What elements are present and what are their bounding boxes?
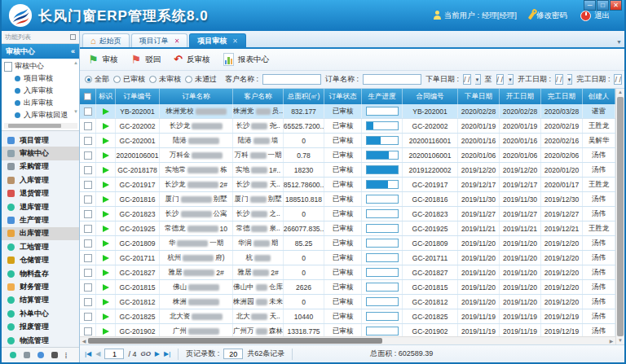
first-page-button[interactable]: |◀: [85, 350, 91, 357]
table-row[interactable]: GC-201816厦门别墅厦门别墅188510.818已审核GC-2018162…: [80, 192, 615, 207]
go-button[interactable]: GO: [140, 350, 150, 357]
filter-radio-全部[interactable]: 全部: [85, 74, 109, 85]
column-header-0[interactable]: [80, 89, 96, 104]
sidebar-module-15[interactable]: 物流管理: [2, 334, 79, 347]
grid-horizontal-scrollbar[interactable]: ◀ ▶: [80, 336, 615, 344]
hscroll-left-icon[interactable]: ◀: [80, 338, 88, 344]
order-date-from-input[interactable]: / /: [463, 74, 471, 85]
minimize-button[interactable]: ─: [584, 0, 596, 11]
table-row[interactable]: GC-201823长沙公寓长沙之..0已审核GC-2018232019/11/2…: [80, 207, 615, 221]
pin-icon[interactable]: [70, 34, 76, 40]
tree-item-2[interactable]: 出库审核: [4, 97, 77, 109]
table-row[interactable]: GC-2018178实地常栋实地1#..18230已审核201912200022…: [80, 163, 615, 178]
order-date-from-dropdown-icon[interactable]: ▼: [475, 74, 481, 85]
table-row[interactable]: YB-202001株洲党校株洲党员..832.177已审核YB-20200120…: [80, 104, 615, 119]
page-number-input[interactable]: [104, 349, 124, 359]
row-checkbox[interactable]: [84, 298, 92, 306]
sidebar-module-11[interactable]: 财务管理: [2, 280, 79, 293]
table-row[interactable]: GC-201902广州广州万森林13318.775已审核GC-201902201…: [80, 324, 615, 336]
sidebar-module-12[interactable]: 结算管理: [2, 294, 79, 307]
column-header-3[interactable]: 订单名称: [160, 89, 233, 104]
row-checkbox[interactable]: [84, 327, 92, 335]
close-button[interactable]: ✕: [610, 0, 622, 11]
tree-scroll-up-icon[interactable]: ▲: [73, 60, 78, 66]
sidebar-module-5[interactable]: 退库管理: [2, 200, 79, 213]
column-header-7[interactable]: 生产进度: [362, 89, 403, 104]
more-icon[interactable]: ⁞: [65, 352, 72, 358]
cart-icon[interactable]: [24, 352, 30, 358]
table-row[interactable]: GC-201827雅居2#雅居2#0已审核GC-2018272019/11/20…: [80, 265, 615, 280]
vscroll-down-icon[interactable]: ▼: [618, 337, 623, 344]
grid-vertical-scrollbar[interactable]: ▲ ▼: [615, 89, 624, 344]
row-checkbox[interactable]: [84, 254, 92, 262]
logout-button[interactable]: 退出: [580, 11, 610, 21]
collapse-icon[interactable]: «: [71, 47, 75, 55]
table-row[interactable]: GC-202002长沙龙长沙尧..65525.7200..已审核GC-20200…: [80, 119, 615, 134]
page-size-input[interactable]: [223, 349, 243, 359]
customer-name-input[interactable]: [262, 74, 321, 85]
row-checkbox[interactable]: [84, 313, 92, 321]
tree-item-3[interactable]: 入库审核回退: [4, 109, 77, 121]
flag-green-button[interactable]: ⚑审核: [88, 55, 118, 65]
table-row[interactable]: GC-201809华一期华润期85.25已审核GC-2018092019/11/…: [80, 236, 615, 251]
column-header-5[interactable]: 总面积(㎡): [284, 89, 324, 104]
filter-radio-已审核[interactable]: 已审核: [113, 74, 145, 85]
row-checkbox[interactable]: [84, 239, 92, 248]
next-page-button[interactable]: ▶: [155, 350, 160, 357]
filter-radio-未通过[interactable]: 未通过: [185, 74, 217, 85]
sidebar-module-8[interactable]: 工地管理: [2, 240, 79, 253]
hscroll-right-icon[interactable]: ▶: [607, 338, 615, 344]
tab-项目订单[interactable]: 项目订单✕: [131, 33, 188, 47]
column-header-12[interactable]: 创建人: [583, 89, 615, 104]
vscroll-up-icon[interactable]: ▲: [618, 89, 623, 96]
hscroll-thumb[interactable]: [88, 338, 382, 344]
start-date-dropdown-icon[interactable]: ▼: [567, 74, 573, 85]
filter-radio-未审核[interactable]: 未审核: [149, 74, 181, 85]
table-row[interactable]: GC-202001陆港陆港墙0已审核202001160012020/01/162…: [80, 134, 615, 148]
row-checkbox[interactable]: [84, 269, 92, 277]
table-row[interactable]: GC-201825北大资北大天..10440已审核GC-2018252019/1…: [80, 309, 615, 324]
row-checkbox[interactable]: [84, 283, 92, 292]
flag-red-button[interactable]: ⚑驳回: [131, 55, 161, 65]
column-header-6[interactable]: 订单状态: [324, 89, 362, 104]
table-row[interactable]: 20200106001万科金万科一期0.78已审核202001060012020…: [80, 148, 615, 163]
column-header-1[interactable]: 标识: [96, 89, 116, 104]
tab-overflow-icon[interactable]: ▼: [616, 39, 622, 45]
column-header-4[interactable]: 客户名称: [233, 89, 284, 104]
row-checkbox[interactable]: [84, 122, 92, 130]
tab-起始页[interactable]: ⌂起始页: [82, 33, 130, 47]
tree-scroll-down-icon[interactable]: ▼: [73, 109, 78, 115]
printer-icon[interactable]: [51, 352, 58, 358]
table-row[interactable]: GC-201812株洲株洲园未来0已审核GC-2018122019/11/202…: [80, 295, 615, 309]
tree-item-1[interactable]: 入库审核: [4, 85, 77, 97]
row-checkbox[interactable]: [84, 107, 92, 116]
sidebar-module-1[interactable]: 审核中心: [2, 147, 79, 160]
prev-page-button[interactable]: ◀: [95, 350, 100, 357]
order-date-to-dropdown-icon[interactable]: ▼: [508, 74, 514, 85]
table-row[interactable]: GC-201711杭州府)杭0已审核GC-2017112019/11/20201…: [80, 251, 615, 265]
sidebar-module-13[interactable]: 补单中心: [2, 307, 79, 320]
order-date-to-input[interactable]: / /: [496, 74, 505, 85]
change-password-button[interactable]: 修改密码: [530, 11, 567, 21]
column-header-9[interactable]: 下单日期: [458, 89, 500, 104]
row-checkbox[interactable]: [84, 181, 92, 189]
sidebar-module-4[interactable]: 退货管理: [2, 187, 79, 200]
sidebar-module-9[interactable]: 仓储管理: [2, 254, 79, 267]
order-name-input[interactable]: [363, 74, 421, 85]
row-checkbox[interactable]: [84, 137, 92, 145]
start-date-input[interactable]: / /: [555, 74, 563, 85]
row-checkbox[interactable]: [84, 151, 92, 160]
maximize-button[interactable]: □: [597, 0, 609, 11]
tree-item-0[interactable]: 项目审核: [4, 72, 77, 85]
table-row[interactable]: GC-201925常德龙10常德泉..266077.835..已审核GC-201…: [80, 221, 615, 236]
undo-arrow-button[interactable]: ↶反审核: [174, 55, 209, 65]
table-row[interactable]: GC-201815佛山佛山中仓库2626已审核GC-2018152019/11/…: [80, 280, 615, 295]
tab-项目审核[interactable]: 项目审核✕: [189, 33, 246, 47]
sidebar-module-6[interactable]: 生产管理: [2, 213, 79, 226]
table-row[interactable]: GC-201917长沙龙2#长沙天..8512.78600..已审核GC-201…: [80, 178, 615, 192]
row-checkbox[interactable]: [84, 195, 92, 204]
tab-close-icon[interactable]: ✕: [232, 37, 238, 45]
column-header-8[interactable]: 合同编号: [403, 89, 458, 104]
row-checkbox[interactable]: [84, 166, 92, 174]
tab-close-icon[interactable]: ✕: [174, 37, 180, 45]
